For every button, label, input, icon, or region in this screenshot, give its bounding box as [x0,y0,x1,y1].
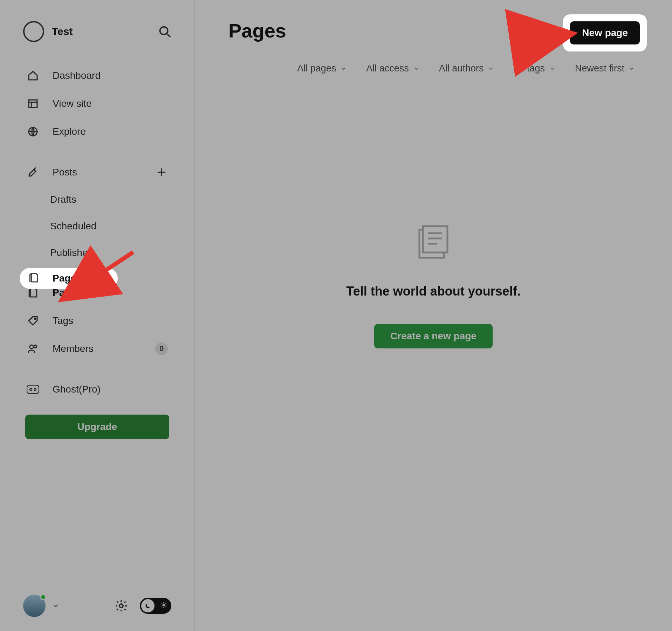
sidebar-item-label: View site [53,98,92,109]
svg-point-15 [163,604,165,606]
page-icon [27,286,39,299]
pages-empty-icon [412,221,454,263]
filter-label: Newest first [575,63,624,74]
filter-label: All tags [514,63,545,74]
sidebar: Test Dashboard View site [0,0,195,631]
sidebar-item-posts[interactable]: Posts [17,163,178,181]
filter-sort[interactable]: Newest first [575,63,635,74]
filter-label: All pages [297,63,336,74]
site-link[interactable]: Test [23,21,73,42]
moon-icon [141,599,155,612]
ghost-pro-icon [27,383,39,396]
filter-all-authors[interactable]: All authors [439,63,494,74]
svg-point-0 [160,27,168,35]
svg-rect-2 [29,100,37,107]
settings-button[interactable] [114,598,129,613]
svg-line-20 [162,603,162,604]
sidebar-item-drafts[interactable]: Drafts [17,191,178,208]
members-count-badge: 0 [155,342,168,355]
sidebar-item-tags[interactable]: Tags [17,312,178,330]
panel-icon [27,97,39,110]
chevron-down-icon [413,65,419,72]
svg-point-8 [34,318,36,319]
sidebar-header: Test [0,21,194,67]
search-icon [158,25,171,38]
search-button[interactable] [158,25,171,38]
filter-all-tags[interactable]: All tags [514,63,555,74]
theme-toggle[interactable] [140,598,171,614]
chevron-down-icon[interactable] [52,602,60,610]
chevron-down-icon [340,65,347,72]
empty-title: Tell the world about yourself. [346,284,520,299]
sidebar-item-label: Explore [53,126,86,137]
sidebar-item-label: Scheduled [50,221,96,232]
svg-line-21 [165,606,166,607]
empty-state: Tell the world about yourself. Create a … [228,221,638,348]
sidebar-item-label: Tags [53,315,73,326]
sidebar-item-pages[interactable]: Pages [17,284,178,302]
tag-icon [27,314,39,327]
create-page-button[interactable]: Create a new page [374,324,493,348]
sidebar-item-label: Published [50,247,93,258]
filter-all-access[interactable]: All access [366,63,419,74]
svg-line-22 [162,606,162,607]
gear-icon [115,599,128,612]
sidebar-item-dashboard[interactable]: Dashboard [17,67,178,85]
plus-icon [156,167,167,178]
sidebar-item-members[interactable]: Members 0 [17,340,178,358]
filter-label: All access [366,63,409,74]
main-content: Pages New page All pages All access All … [195,0,672,631]
chevron-down-icon [488,65,494,72]
sidebar-item-label: Drafts [50,194,76,205]
new-page-button[interactable]: New page [569,19,638,42]
svg-line-23 [165,603,166,604]
site-name: Test [52,26,73,37]
chevron-down-icon [629,65,635,72]
svg-point-10 [34,345,37,348]
filters-bar: All pages All access All authors All tag… [228,63,638,74]
primary-nav: Dashboard View site Explore [0,67,194,398]
sidebar-item-label: Ghost(Pro) [53,384,101,395]
svg-point-9 [30,345,34,349]
filter-label: All authors [439,63,484,74]
sidebar-item-view-site[interactable]: View site [17,95,178,113]
svg-line-1 [167,34,170,37]
svg-point-12 [30,388,32,390]
sidebar-item-explore[interactable]: Explore [17,123,178,141]
sidebar-item-published[interactable]: Published [17,244,178,261]
add-post-button[interactable] [155,166,168,179]
members-icon [27,342,39,355]
page-title: Pages [228,19,286,42]
home-icon [27,69,39,82]
app-root: Test Dashboard View site [0,0,672,631]
sidebar-item-label: Members [53,343,94,354]
user-avatar[interactable] [23,595,46,617]
online-status-dot [40,594,46,600]
edit-icon [27,166,39,179]
upgrade-button[interactable]: Upgrade [25,415,169,439]
chevron-down-icon [549,65,555,72]
sidebar-item-scheduled[interactable]: Scheduled [17,218,178,235]
globe-icon [27,125,39,138]
svg-point-13 [34,388,36,390]
svg-rect-11 [27,385,39,394]
sidebar-item-label: Pages [53,287,82,298]
filter-all-pages[interactable]: All pages [297,63,347,74]
sidebar-item-ghostpro[interactable]: Ghost(Pro) [17,380,178,398]
svg-point-14 [119,604,123,608]
sidebar-item-label: Dashboard [53,70,101,81]
main-header: Pages New page [228,19,638,42]
sun-icon [160,602,167,610]
sidebar-item-label: Posts [53,167,77,178]
site-logo-icon [23,21,44,42]
sidebar-footer [0,595,194,617]
